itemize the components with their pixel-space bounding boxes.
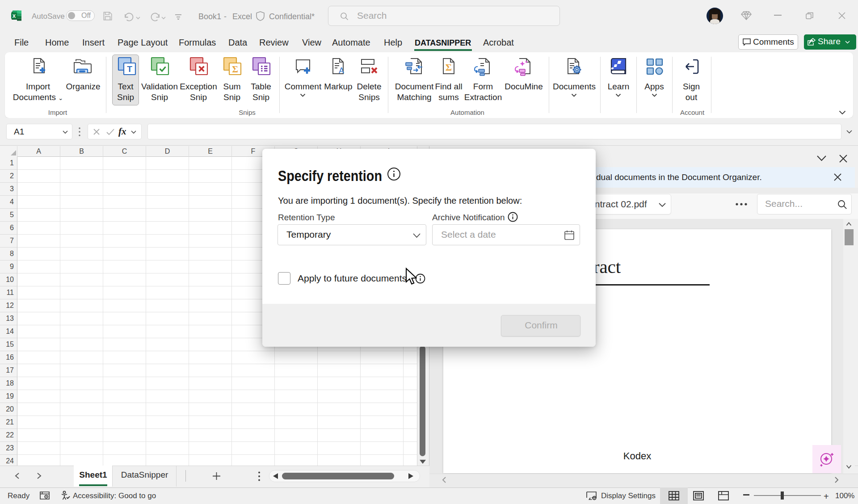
svg-text:X: X (13, 13, 16, 19)
svg-text:T: T (127, 64, 132, 74)
svg-text:A: A (339, 66, 344, 75)
svg-text:Σ: Σ (232, 64, 238, 75)
svg-text:Σ: Σ (446, 62, 452, 73)
